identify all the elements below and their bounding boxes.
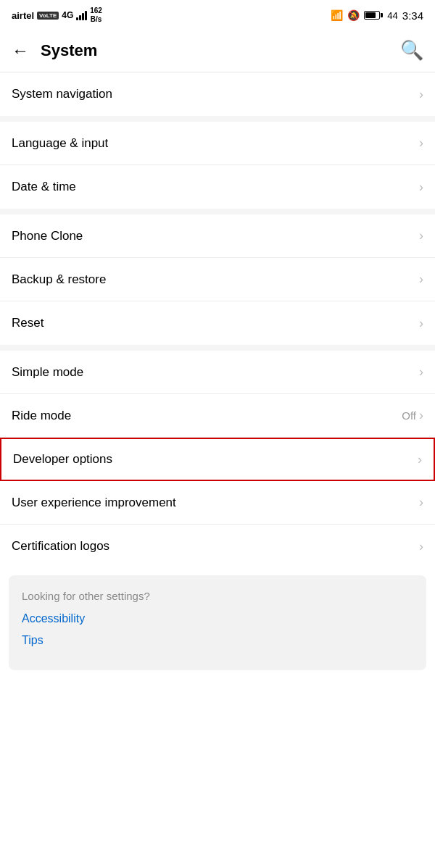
carrier-text: airtel: [12, 10, 34, 21]
top-bar: ← System 🔍: [0, 29, 435, 72]
developer-options-right: ›: [418, 452, 422, 467]
menu-item-system-navigation[interactable]: System navigation ›: [0, 72, 435, 116]
battery-percent: 44: [387, 10, 397, 21]
simple-mode-label: Simple mode: [12, 365, 83, 380]
chevron-icon: ›: [419, 87, 423, 102]
menu-item-ride-mode[interactable]: Ride mode Off ›: [0, 394, 435, 438]
signal-bars: [76, 10, 87, 20]
user-experience-right: ›: [419, 495, 423, 510]
date-time-label: Date & time: [12, 180, 76, 194]
chevron-icon: ›: [419, 364, 423, 380]
status-left: airtel VoLTE 4G 162 B/s: [12, 7, 102, 24]
bell-off-icon: 🔕: [347, 9, 360, 21]
menu-section-2: Language & input › Date & time ›: [0, 122, 435, 209]
system-navigation-right: ›: [419, 87, 423, 102]
speed-indicator: 162 B/s: [90, 7, 102, 24]
other-settings-box: Looking for other settings? Accessibilit…: [9, 575, 426, 670]
chevron-icon: ›: [419, 495, 423, 510]
divider-1: [0, 116, 435, 122]
ride-mode-right: Off ›: [402, 408, 423, 423]
accessibility-link[interactable]: Accessibility: [22, 612, 413, 625]
menu-item-developer-options[interactable]: Developer options ›: [0, 438, 435, 481]
phone-clone-label: Phone Clone: [12, 229, 83, 243]
simple-mode-right: ›: [419, 364, 423, 380]
language-input-right: ›: [419, 135, 423, 151]
menu-item-reset[interactable]: Reset ›: [0, 301, 435, 345]
menu-section-1: System navigation ›: [0, 72, 435, 116]
chevron-icon: ›: [419, 539, 423, 554]
menu-item-date-time[interactable]: Date & time ›: [0, 165, 435, 209]
volte-badge: VoLTE: [37, 12, 59, 20]
chevron-icon: ›: [418, 452, 422, 467]
language-input-label: Language & input: [12, 136, 108, 151]
menu-section-3: Phone Clone › Backup & restore › Reset ›: [0, 214, 435, 345]
user-experience-label: User experience improvement: [12, 496, 176, 510]
divider-2: [0, 209, 435, 214]
system-navigation-label: System navigation: [12, 87, 112, 101]
ride-mode-label: Ride mode: [12, 409, 71, 423]
chevron-icon: ›: [419, 180, 423, 195]
certification-logos-right: ›: [419, 539, 423, 554]
bluetooth-icon: 📶: [331, 9, 343, 21]
search-button[interactable]: 🔍: [400, 39, 423, 62]
developer-options-label: Developer options: [13, 452, 112, 467]
chevron-icon: ›: [419, 316, 423, 331]
battery-icon: [364, 11, 383, 20]
page-title: System: [41, 41, 400, 60]
reset-label: Reset: [12, 316, 44, 330]
menu-section-4: Simple mode › Ride mode Off › Developer …: [0, 351, 435, 568]
reset-right: ›: [419, 316, 423, 331]
chevron-icon: ›: [419, 228, 423, 243]
clock: 3:34: [402, 9, 423, 22]
chevron-icon: ›: [419, 408, 423, 423]
ride-mode-value: Off: [402, 409, 416, 422]
backup-restore-label: Backup & restore: [12, 272, 106, 287]
signal-4g: 4G: [62, 10, 73, 20]
other-settings-title: Looking for other settings?: [22, 590, 413, 602]
chevron-icon: ›: [419, 272, 423, 287]
certification-logos-label: Certification logos: [12, 539, 109, 554]
status-right: 📶 🔕 44 3:34: [331, 9, 423, 22]
menu-item-user-experience[interactable]: User experience improvement ›: [0, 481, 435, 525]
date-time-right: ›: [419, 180, 423, 195]
menu-item-language-input[interactable]: Language & input ›: [0, 122, 435, 165]
menu-item-certification-logos[interactable]: Certification logos ›: [0, 525, 435, 568]
tips-link[interactable]: Tips: [22, 634, 413, 647]
chevron-icon: ›: [419, 135, 423, 151]
menu-item-phone-clone[interactable]: Phone Clone ›: [0, 214, 435, 258]
phone-clone-right: ›: [419, 228, 423, 243]
back-button[interactable]: ←: [12, 41, 29, 61]
divider-3: [0, 345, 435, 351]
menu-item-backup-restore[interactable]: Backup & restore ›: [0, 258, 435, 301]
backup-restore-right: ›: [419, 272, 423, 287]
menu-item-simple-mode[interactable]: Simple mode ›: [0, 351, 435, 394]
status-bar: airtel VoLTE 4G 162 B/s 📶 🔕 44 3:34: [0, 0, 435, 29]
